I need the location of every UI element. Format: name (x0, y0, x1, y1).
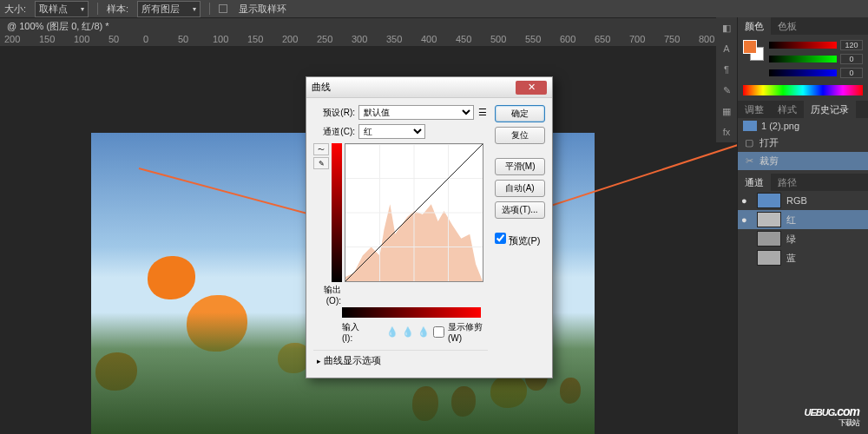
brush-icon[interactable]: ✎ (716, 80, 737, 101)
curve-display-options[interactable]: 曲线显示选项 (313, 350, 488, 371)
show-clipping-checkbox[interactable] (433, 326, 444, 338)
green-slider[interactable] (769, 56, 837, 62)
dialog-titlebar[interactable]: 曲线 ✕ (306, 77, 552, 98)
cancel-button[interactable]: 复位 (495, 127, 545, 144)
channel-rgb[interactable]: ●RGB (738, 191, 868, 210)
watermark: UEBUG.com 下载站 (805, 398, 859, 429)
separator (97, 3, 98, 15)
show-clipping-label: 显示修剪(W) (448, 321, 488, 343)
input-gradient (342, 307, 481, 318)
swatches-icon[interactable]: ▦ (716, 101, 737, 122)
channel-green[interactable]: 绿 (738, 229, 868, 248)
channel-select[interactable]: 红 (358, 124, 425, 139)
red-slider[interactable] (769, 42, 837, 49)
smooth-button[interactable]: 平滑(M) (495, 158, 545, 175)
show-ring-label: 显示取样环 (239, 3, 286, 16)
curves-dialog: 曲线 ✕ 预设(R):默认值☰ 通道(C):红 〜 ✎ (306, 76, 553, 378)
right-panels: 颜色 色板 调整 样式 历史记录 1 (2).png ▢打开 ✂裁剪 通道 路径… (737, 17, 868, 434)
thumbnail-icon (743, 121, 757, 131)
history-step-open[interactable]: ▢打开 (738, 134, 868, 152)
sample-dropdown[interactable]: 所有图层 (137, 1, 201, 17)
curve-point-tool[interactable]: 〜 (313, 143, 329, 155)
paragraph-icon[interactable]: ¶ (716, 59, 737, 80)
green-input[interactable] (840, 54, 863, 64)
spectrum-bar[interactable] (743, 85, 863, 95)
curve-draw-tool[interactable]: ✎ (313, 157, 329, 169)
options-button[interactable]: 选项(T)... (495, 201, 545, 219)
output-label: 输出(O): (313, 284, 341, 306)
tab-styles[interactable]: 样式 (771, 101, 804, 118)
eyedropper-white-icon[interactable]: 💧 (418, 326, 430, 339)
color-tabs: 颜色 色板 (738, 17, 868, 35)
preview-label: 预览(P) (509, 235, 541, 246)
input-label: 输入(I): (342, 321, 365, 343)
history-icon[interactable]: ◧ (716, 17, 737, 38)
sample-label: 样本: (107, 3, 128, 16)
tab-channels[interactable]: 通道 (738, 174, 771, 191)
tab-adjustments[interactable]: 调整 (738, 101, 771, 118)
tab-history[interactable]: 历史记录 (804, 101, 856, 118)
character-icon[interactable]: A (716, 38, 737, 59)
blue-slider[interactable] (769, 69, 837, 76)
crop-icon: ✂ (743, 156, 755, 167)
dialog-title: 曲线 (312, 81, 331, 94)
svg-line-7 (345, 144, 483, 281)
tab-color[interactable]: 颜色 (738, 17, 771, 35)
separator (209, 3, 210, 15)
eyedropper-gray-icon[interactable]: 💧 (402, 326, 414, 339)
close-icon[interactable]: ✕ (516, 81, 547, 95)
tab-paths[interactable]: 路径 (771, 174, 804, 191)
preview-checkbox[interactable] (495, 233, 506, 244)
curves-graph[interactable] (345, 143, 483, 282)
auto-button[interactable]: 自动(A) (495, 180, 545, 197)
ok-button[interactable]: 确定 (495, 105, 545, 122)
red-input[interactable] (840, 40, 863, 50)
size-label: 大小: (4, 3, 26, 16)
visibility-icon[interactable]: ● (741, 195, 752, 206)
panel-dock-icons: ◧ A ¶ ✎ ▦ fx (716, 17, 737, 142)
open-icon: ▢ (743, 138, 755, 148)
eyedropper-black-icon[interactable]: 💧 (386, 326, 398, 339)
glyph-icon[interactable]: fx (716, 122, 737, 142)
channel-tabs: 通道 路径 (738, 174, 868, 191)
history-tabs: 调整 样式 历史记录 (738, 101, 868, 118)
visibility-icon[interactable]: ● (741, 214, 752, 225)
channel-blue[interactable]: 蓝 (738, 248, 868, 267)
size-dropdown[interactable]: 取样点 (35, 1, 89, 17)
preset-select[interactable]: 默认值 (358, 105, 474, 120)
preset-label: 预设(R): (313, 107, 355, 119)
color-panel (738, 35, 868, 101)
fg-bg-swatch[interactable] (743, 40, 764, 61)
curve-line (345, 144, 483, 281)
output-gradient (332, 143, 342, 282)
history-step-crop[interactable]: ✂裁剪 (738, 152, 868, 170)
tab-swatches[interactable]: 色板 (771, 17, 804, 35)
blue-input[interactable] (840, 68, 863, 78)
channel-label: 通道(C): (313, 126, 355, 138)
history-panel: 1 (2).png ▢打开 ✂裁剪 (738, 118, 868, 174)
channels-panel: ●RGB ●红 绿 蓝 (738, 191, 868, 267)
channel-red[interactable]: ●红 (738, 210, 868, 229)
show-ring-checkbox[interactable] (219, 4, 227, 13)
history-snapshot[interactable]: 1 (2).png (738, 118, 868, 134)
options-bar: 大小: 取样点 样本: 所有图层 显示取样环 (0, 0, 868, 17)
